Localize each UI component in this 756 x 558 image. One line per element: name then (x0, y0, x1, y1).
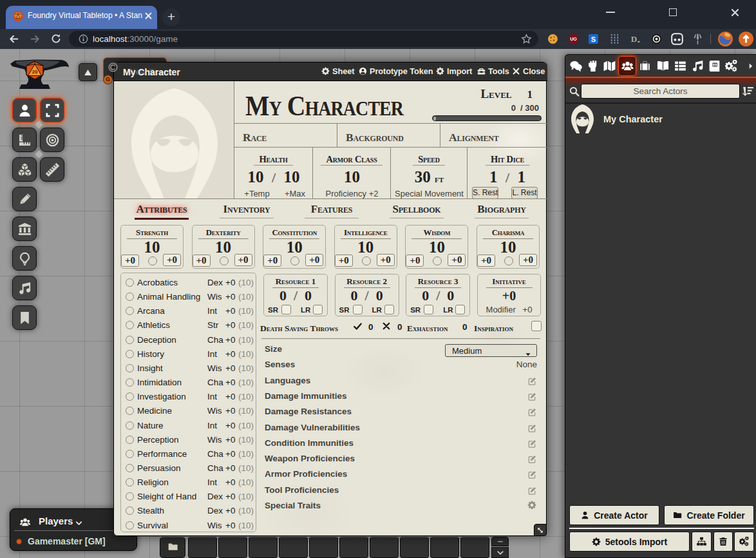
svg-text:UO: UO (570, 37, 577, 41)
svg-text:S: S (591, 35, 596, 43)
svg-text:D: D (631, 34, 638, 44)
svg-text:20: 20 (32, 69, 37, 75)
